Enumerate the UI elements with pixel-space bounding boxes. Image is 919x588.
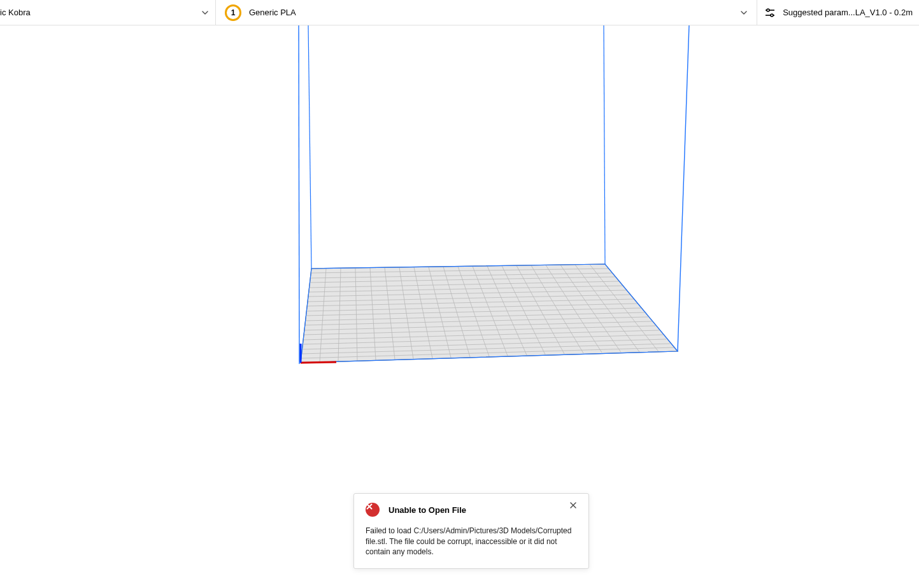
chevron-down-icon xyxy=(201,9,209,17)
printer-label: ic Kobra xyxy=(0,8,31,17)
material-label: Generic PLA xyxy=(249,8,296,17)
print-settings-dropdown[interactable]: Suggested param...LA_V1.0 - 0.2m xyxy=(757,6,919,19)
svg-line-48 xyxy=(299,25,299,364)
error-icon xyxy=(366,503,380,517)
material-dropdown[interactable]: 1 Generic PLA xyxy=(216,0,757,25)
svg-line-50 xyxy=(604,25,605,264)
chevron-down-icon xyxy=(740,9,748,17)
material-badge-number: 1 xyxy=(231,8,236,17)
close-icon[interactable] xyxy=(569,501,580,512)
material-badge: 1 xyxy=(225,4,241,21)
sliders-icon xyxy=(764,6,776,19)
3d-viewport[interactable]: Unable to Open File Failed to load C:/Us… xyxy=(0,25,919,588)
printer-dropdown[interactable]: ic Kobra xyxy=(0,0,216,25)
svg-point-1 xyxy=(767,9,769,11)
top-toolbar: ic Kobra 1 Generic PLA Suggested param..… xyxy=(0,0,919,25)
error-dialog-header: Unable to Open File xyxy=(366,503,577,517)
settings-label: Suggested param...LA_V1.0 - 0.2m xyxy=(783,8,913,17)
error-body: Failed to load C:/Users/Admin/Pictures/3… xyxy=(366,526,577,557)
svg-point-3 xyxy=(771,14,773,17)
error-dialog: Unable to Open File Failed to load C:/Us… xyxy=(353,493,589,569)
svg-line-49 xyxy=(308,25,311,269)
svg-line-51 xyxy=(678,25,689,351)
error-title: Unable to Open File xyxy=(388,505,466,515)
svg-line-53 xyxy=(301,362,336,363)
